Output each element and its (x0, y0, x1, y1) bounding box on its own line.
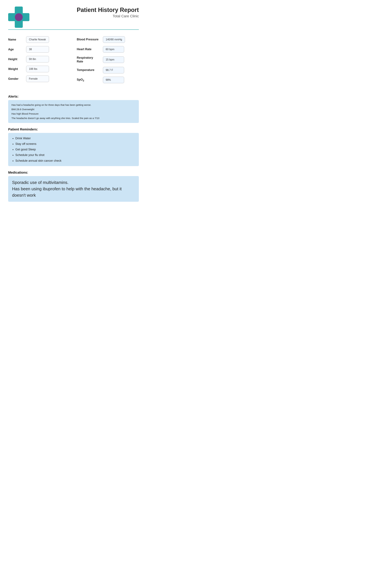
rr-value: 15 bpm (103, 56, 124, 63)
height-label: Height (8, 57, 23, 61)
alert-line-2: BMI:28.6 Overweight (12, 107, 135, 112)
medications-heading: Medications: (8, 171, 139, 174)
temp-value: 98.7 F (103, 67, 124, 73)
reminders-list: Drink WaterStay off screensGet good Slee… (12, 136, 135, 164)
age-value: 38 (26, 46, 49, 53)
temp-label: Temperature (77, 68, 100, 72)
alert-line-1: Has had a headache going on for three da… (12, 103, 135, 107)
age-row: Age 38 (8, 46, 70, 53)
gender-label: Gender (8, 77, 23, 81)
hr-label: Heart Rate (77, 47, 100, 51)
cross-center-circle (15, 13, 23, 21)
temp-row: Temperature 98.7 F (77, 67, 139, 73)
bp-label: Blood Pressure (77, 38, 100, 41)
hr-value: 60 bpm (103, 46, 124, 53)
header-title-block: Patient History Report Total Care Clinic (77, 7, 139, 18)
clinic-name: Total Care Clinic (77, 14, 139, 18)
alert-line-4: The headache doesn't go away with anythi… (12, 116, 135, 120)
gender-value: Female (26, 75, 49, 82)
weight-label: Weight (8, 67, 23, 71)
spo2-subscript: 2 (83, 79, 84, 82)
medication-line: Has been using ibuprofen to help with th… (12, 186, 135, 198)
weight-row: Weight 188 lbs (8, 66, 70, 72)
spo2-label: SpO2 (77, 78, 100, 82)
medication-line: Sporadic use of multivitamins. (12, 179, 135, 186)
gender-row: Gender Female (8, 75, 70, 82)
vitals-column: Blood Pressure 140/90 mmHg Heart Rate 60… (77, 36, 139, 86)
reminder-item: Schedule annual skin cancer check (15, 158, 135, 164)
alerts-heading: Alerts: (8, 95, 139, 99)
header: Patient History Report Total Care Clinic (8, 7, 139, 28)
weight-value: 188 lbs (26, 66, 49, 72)
name-value: Charlie Nowak (26, 36, 49, 43)
reminders-box: Drink WaterStay off screensGet good Slee… (8, 133, 139, 166)
clinic-logo (8, 7, 29, 28)
info-section: Name Charlie Nowak Age 38 Height 5ft 8in… (8, 36, 139, 86)
spo2-row: SpO2 98% (77, 77, 139, 83)
age-label: Age (8, 48, 23, 51)
reminders-heading: Patient Reminders: (8, 127, 139, 131)
alerts-box: Has had a headache going on for three da… (8, 100, 139, 123)
header-divider (8, 29, 139, 30)
alert-line-3: Has high Blood Pressure (12, 112, 135, 116)
rr-label: Respiratory Rate (77, 56, 100, 64)
bp-value: 140/90 mmHg (103, 36, 125, 43)
reminder-item: Get good Sleep (15, 147, 135, 152)
patient-demographics: Name Charlie Nowak Age 38 Height 5ft 8in… (8, 36, 70, 86)
name-row: Name Charlie Nowak (8, 36, 70, 43)
height-value: 5ft 8in (26, 56, 49, 62)
medications-box: Sporadic use of multivitamins.Has been u… (8, 176, 139, 202)
reminder-item: Drink Water (15, 136, 135, 141)
bp-row: Blood Pressure 140/90 mmHg (77, 36, 139, 43)
reminder-item: Stay off screens (15, 141, 135, 147)
reminder-item: Schedule your flu shot (15, 152, 135, 158)
height-row: Height 5ft 8in (8, 56, 70, 62)
hr-row: Heart Rate 60 bpm (77, 46, 139, 53)
spo2-value: 98% (103, 77, 124, 83)
rr-row: Respiratory Rate 15 bpm (77, 56, 139, 64)
name-label: Name (8, 38, 23, 41)
report-title: Patient History Report (77, 7, 139, 14)
